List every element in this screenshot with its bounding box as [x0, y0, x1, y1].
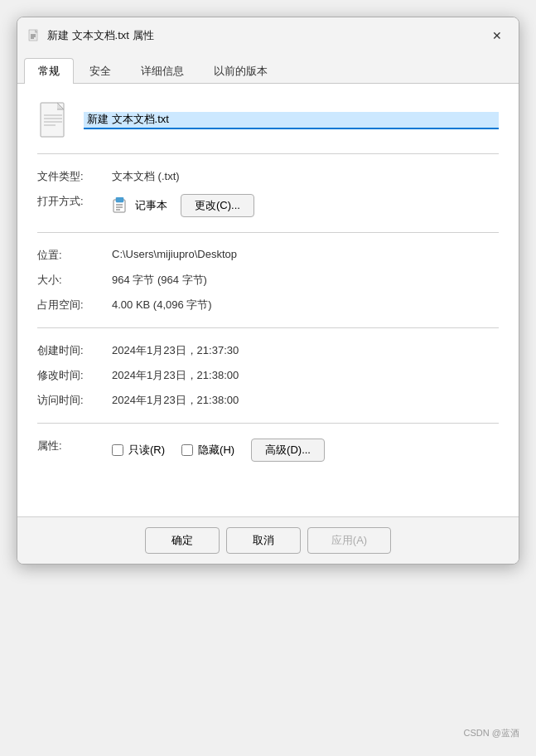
filename-input[interactable] [84, 112, 499, 129]
divider-3 [37, 327, 499, 328]
location-label: 位置: [37, 248, 112, 263]
modified-label: 修改时间: [37, 368, 112, 383]
title-bar-file-icon [27, 29, 41, 42]
open-with-label: 打开方式: [37, 194, 112, 209]
open-with-content: 记事本 [112, 197, 167, 214]
location-value: C:\Users\mijiupro\Desktop [112, 248, 499, 260]
tab-previous-versions[interactable]: 以前的版本 [200, 58, 282, 84]
file-type-value: 文本文档 (.txt) [112, 169, 499, 184]
disk-size-value: 4.00 KB (4,096 字节) [112, 298, 499, 313]
readonly-checkbox-item[interactable]: 只读(R) [112, 443, 165, 458]
modified-value: 2024年1月23日，21:38:00 [112, 368, 499, 383]
notepad-icon [112, 197, 128, 214]
advanced-button[interactable]: 高级(D)... [251, 439, 325, 462]
change-open-with-button[interactable]: 更改(C)... [181, 194, 254, 217]
ok-button[interactable]: 确定 [145, 527, 220, 554]
footer: 确定 取消 应用(A) [17, 516, 519, 564]
open-with-app: 记事本 [135, 198, 167, 213]
attributes-row: 属性: 只读(R) 隐藏(H) 高级(D)... [37, 434, 499, 467]
properties-window: 新建 文本文档.txt 属性 ✕ 常规 安全 详细信息 以前的版本 [17, 17, 519, 565]
file-type-section: 文件类型: 文本文档 (.txt) 打开方式: [37, 164, 499, 222]
tab-security[interactable]: 安全 [75, 58, 125, 84]
window-title: 新建 文本文档.txt 属性 [47, 28, 154, 43]
hidden-label: 隐藏(H) [198, 443, 234, 458]
close-button[interactable]: ✕ [485, 24, 509, 47]
modified-row: 修改时间: 2024年1月23日，21:38:00 [37, 363, 499, 388]
hidden-checkbox-item[interactable]: 隐藏(H) [181, 443, 234, 458]
timestamps-section: 创建时间: 2024年1月23日，21:37:30 修改时间: 2024年1月2… [37, 338, 499, 413]
readonly-checkbox[interactable] [112, 444, 123, 456]
title-bar-left: 新建 文本文档.txt 属性 [27, 28, 154, 43]
file-header [37, 100, 499, 140]
disk-size-label: 占用空间: [37, 298, 112, 313]
file-type-row: 文件类型: 文本文档 (.txt) [37, 164, 499, 189]
cancel-button[interactable]: 取消 [226, 527, 301, 554]
file-icon [37, 100, 70, 140]
open-with-section: 记事本 更改(C)... [112, 194, 499, 217]
size-value: 964 字节 (964 字节) [112, 273, 499, 288]
open-with-row: 打开方式: 记事本 [37, 189, 499, 222]
accessed-value: 2024年1月23日，21:38:00 [112, 393, 499, 408]
accessed-row: 访问时间: 2024年1月23日，21:38:00 [37, 388, 499, 413]
tab-details[interactable]: 详细信息 [127, 58, 198, 84]
attributes-label: 属性: [37, 439, 112, 453]
divider-1 [37, 153, 499, 154]
apply-button[interactable]: 应用(A) [307, 527, 391, 554]
spacer [37, 467, 499, 500]
tab-content: 文件类型: 文本文档 (.txt) 打开方式: [17, 84, 519, 516]
svg-rect-10 [116, 197, 123, 202]
created-value: 2024年1月23日，21:37:30 [112, 343, 499, 358]
accessed-label: 访问时间: [37, 393, 112, 408]
watermark: CSDN @蓝酒 [464, 727, 519, 739]
attributes-section: 只读(R) 隐藏(H) 高级(D)... [112, 439, 499, 462]
title-bar: 新建 文本文档.txt 属性 ✕ [17, 17, 519, 54]
file-type-label: 文件类型: [37, 169, 112, 184]
readonly-label: 只读(R) [128, 443, 165, 458]
location-row: 位置: C:\Users\mijiupro\Desktop [37, 243, 499, 268]
location-section: 位置: C:\Users\mijiupro\Desktop 大小: 964 字节… [37, 243, 499, 317]
divider-2 [37, 232, 499, 233]
tab-bar: 常规 安全 详细信息 以前的版本 [17, 54, 519, 84]
disk-size-row: 占用空间: 4.00 KB (4,096 字节) [37, 293, 499, 317]
created-label: 创建时间: [37, 343, 112, 358]
hidden-checkbox[interactable] [181, 444, 193, 456]
divider-4 [37, 423, 499, 424]
created-row: 创建时间: 2024年1月23日，21:37:30 [37, 338, 499, 363]
tab-general[interactable]: 常规 [24, 58, 74, 84]
size-row: 大小: 964 字节 (964 字节) [37, 268, 499, 293]
size-label: 大小: [37, 273, 112, 288]
